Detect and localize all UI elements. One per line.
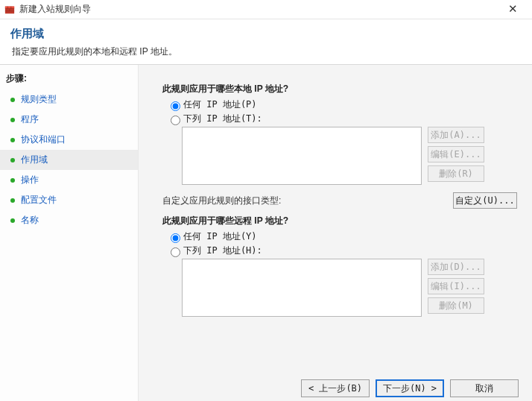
titlebar: 新建入站规则向导 ✕ — [0, 0, 532, 19]
step-action[interactable]: 操作 — [0, 170, 138, 190]
step-label: 协议和端口 — [21, 133, 66, 146]
remote-ip-question: 此规则应用于哪些远程 IP 地址? — [162, 215, 517, 227]
remote-ip-list-block: 添加(D)... 编辑(I)... 删除(M) — [182, 259, 517, 317]
local-ip-list-block: 添加(A)... 编辑(E)... 删除(R) — [182, 127, 517, 185]
page-title: 作用域 — [10, 27, 522, 41]
step-label: 名称 — [21, 214, 39, 227]
step-label: 配置文件 — [21, 194, 57, 206]
bullet-icon — [10, 98, 15, 102]
remote-ip-listbox[interactable] — [182, 259, 422, 317]
remote-ip-buttons: 添加(D)... 编辑(I)... 删除(M) — [428, 259, 484, 317]
local-ip-listbox[interactable] — [182, 127, 422, 185]
bullet-icon — [10, 218, 15, 223]
step-profile[interactable]: 配置文件 — [0, 190, 138, 210]
local-ip-buttons: 添加(A)... 编辑(E)... 删除(R) — [428, 127, 484, 185]
page-subtitle: 指定要应用此规则的本地和远程 IP 地址。 — [10, 45, 522, 58]
firewall-icon — [4, 4, 15, 15]
steps-header: 步骤: — [0, 69, 138, 89]
local-list-ip-radio[interactable] — [171, 116, 180, 125]
bullet-icon — [10, 158, 15, 162]
interface-type-label: 自定义应用此规则的接口类型: — [162, 195, 453, 207]
bullet-icon — [10, 138, 15, 142]
remote-delete-button[interactable]: 删除(M) — [428, 297, 484, 314]
bullet-icon — [10, 198, 15, 203]
bullet-icon — [10, 118, 15, 122]
step-label: 程序 — [21, 113, 39, 126]
step-name[interactable]: 名称 — [0, 210, 138, 230]
steps-sidebar: 步骤: 规则类型 程序 协议和端口 作用域 操作 配置文件 名称 — [0, 65, 139, 401]
remote-add-button[interactable]: 添加(D)... — [428, 259, 484, 275]
step-label: 操作 — [21, 174, 39, 186]
remote-any-ip-option[interactable]: 任何 IP 地址(Y) — [167, 230, 517, 243]
wizard-footer: < 上一步(B) 下一步(N) > 取消 — [301, 379, 519, 397]
content-panel: 此规则应用于哪些本地 IP 地址? 任何 IP 地址(P) 下列 IP 地址(T… — [139, 65, 532, 401]
customize-interface-button[interactable]: 自定义(U)... — [453, 192, 517, 209]
remote-any-ip-label: 任何 IP 地址(Y) — [183, 230, 257, 243]
svg-rect-1 — [5, 6, 14, 8]
local-list-ip-label: 下列 IP 地址(T): — [183, 113, 262, 125]
window-title: 新建入站规则向导 — [19, 3, 498, 16]
step-program[interactable]: 程序 — [0, 110, 138, 130]
local-ip-question: 此规则应用于哪些本地 IP 地址? — [162, 83, 517, 95]
close-button[interactable]: ✕ — [498, 1, 528, 19]
cancel-button[interactable]: 取消 — [450, 379, 519, 397]
step-label: 作用域 — [21, 154, 48, 166]
body: 步骤: 规则类型 程序 协议和端口 作用域 操作 配置文件 名称 此规则应用于哪… — [0, 65, 532, 401]
page-header: 作用域 指定要应用此规则的本地和远程 IP 地址。 — [0, 19, 532, 65]
remote-list-ip-radio[interactable] — [171, 247, 180, 257]
remote-edit-button[interactable]: 编辑(I)... — [428, 278, 484, 294]
step-protocol-port[interactable]: 协议和端口 — [0, 130, 138, 150]
bullet-icon — [10, 178, 15, 183]
local-add-button[interactable]: 添加(A)... — [428, 127, 484, 143]
step-label: 规则类型 — [21, 93, 57, 106]
back-button[interactable]: < 上一步(B) — [301, 379, 370, 397]
remote-list-ip-label: 下列 IP 地址(H): — [183, 244, 262, 257]
local-delete-button[interactable]: 删除(R) — [428, 165, 484, 182]
remote-list-ip-option[interactable]: 下列 IP 地址(H): — [167, 244, 517, 257]
next-button[interactable]: 下一步(N) > — [376, 379, 444, 397]
local-any-ip-label: 任何 IP 地址(P) — [183, 98, 257, 111]
local-list-ip-option[interactable]: 下列 IP 地址(T): — [167, 113, 517, 125]
local-any-ip-radio[interactable] — [171, 101, 180, 111]
step-rule-type[interactable]: 规则类型 — [0, 89, 138, 110]
local-edit-button[interactable]: 编辑(E)... — [428, 146, 484, 162]
interface-type-row: 自定义应用此规则的接口类型: 自定义(U)... — [162, 192, 517, 209]
remote-any-ip-radio[interactable] — [171, 233, 180, 243]
local-any-ip-option[interactable]: 任何 IP 地址(P) — [167, 98, 517, 111]
step-scope[interactable]: 作用域 — [0, 150, 138, 170]
